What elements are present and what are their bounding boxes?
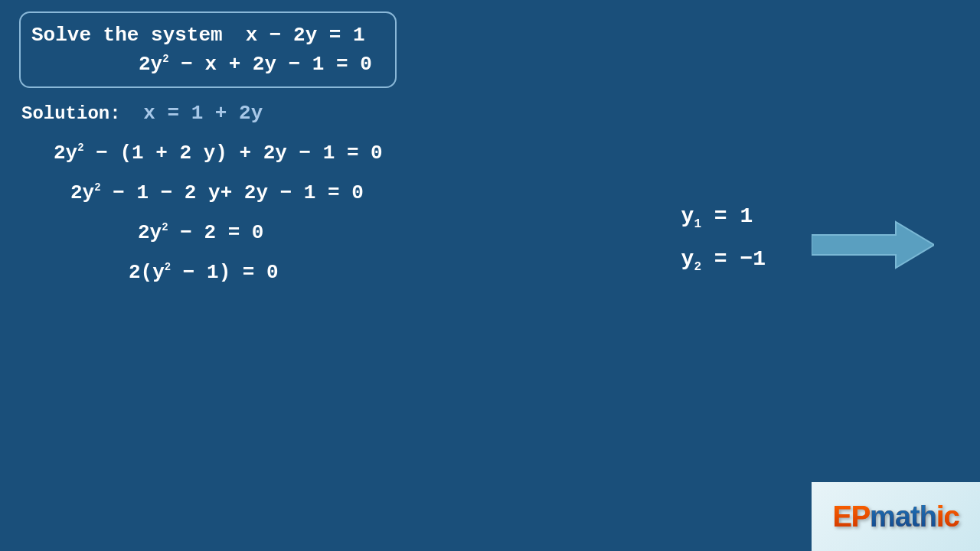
right-arrow-icon [812,218,934,272]
solution-step0: x = 1 + 2y [143,102,263,125]
equation2: 2y2 − x + 2y − 1 = 0 [139,53,372,76]
y-values: y1 = 1 y2 = −1 [681,195,766,281]
solution-label: Solution: [21,103,121,124]
solution-section: Solution: x = 1 + 2y [21,102,965,125]
equation1: x − 2y = 1 [246,24,365,47]
y2-line: y2 = −1 [681,238,766,281]
problem-box: Solve the system x − 2y = 1 2y2 − x + 2y… [19,11,397,88]
step1: 2y2 − (1 + 2 y) + 2y − 1 = 0 [54,142,965,165]
step2: 2y2 − 1 − 2 y+ 2y − 1 = 0 [70,181,965,204]
problem-title: Solve the system [31,24,223,47]
y1-line: y1 = 1 [681,195,766,238]
y-values-panel: y1 = 1 y2 = −1 [681,195,766,281]
logo: EPmathic [812,482,980,551]
svg-marker-0 [812,222,934,268]
main-container: Solve the system x − 2y = 1 2y2 − x + 2y… [0,0,980,551]
arrow-container [812,218,934,276]
problem-first-line: Solve the system x − 2y = 1 [31,24,372,47]
logo-text: EPmathic [832,500,959,533]
